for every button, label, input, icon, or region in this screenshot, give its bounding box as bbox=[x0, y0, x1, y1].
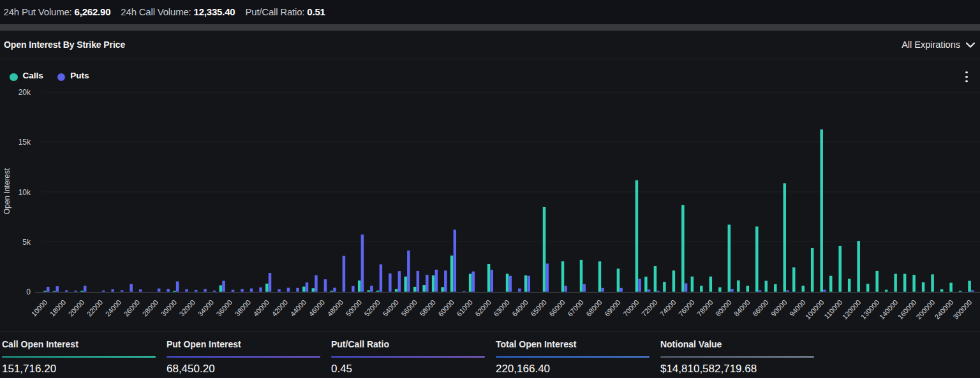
svg-text:86000: 86000 bbox=[751, 298, 770, 318]
svg-text:84000: 84000 bbox=[732, 298, 752, 318]
svg-text:63000: 63000 bbox=[492, 298, 511, 318]
svg-text:20000: 20000 bbox=[67, 298, 86, 318]
svg-text:52000: 52000 bbox=[362, 298, 382, 318]
svg-text:40000: 40000 bbox=[252, 298, 271, 318]
svg-text:26000: 26000 bbox=[122, 298, 142, 318]
svg-text:0: 0 bbox=[26, 287, 31, 296]
svg-text:50000: 50000 bbox=[344, 298, 363, 318]
svg-text:10000: 10000 bbox=[30, 298, 49, 318]
svg-text:10k: 10k bbox=[19, 188, 31, 197]
svg-text:Open Interest: Open Interest bbox=[3, 168, 11, 214]
svg-text:56000: 56000 bbox=[399, 298, 419, 318]
svg-text:70000: 70000 bbox=[621, 298, 641, 318]
svg-text:69000: 69000 bbox=[603, 298, 622, 318]
svg-text:5k: 5k bbox=[22, 238, 31, 247]
svg-text:130000: 130000 bbox=[859, 298, 881, 321]
svg-text:38000: 38000 bbox=[234, 298, 253, 318]
svg-text:65000: 65000 bbox=[529, 298, 548, 318]
svg-text:60000: 60000 bbox=[436, 298, 456, 318]
svg-text:67000: 67000 bbox=[566, 298, 585, 318]
svg-text:110000: 110000 bbox=[822, 298, 843, 320]
svg-text:15k: 15k bbox=[19, 138, 31, 147]
svg-text:18000: 18000 bbox=[48, 298, 68, 318]
svg-text:76000: 76000 bbox=[677, 298, 696, 318]
svg-text:80000: 80000 bbox=[714, 298, 733, 318]
svg-text:36000: 36000 bbox=[215, 298, 234, 318]
svg-text:120000: 120000 bbox=[841, 298, 863, 321]
svg-text:300000: 300000 bbox=[952, 298, 974, 321]
svg-text:62000: 62000 bbox=[473, 298, 493, 318]
svg-text:28000: 28000 bbox=[141, 298, 160, 318]
svg-text:46000: 46000 bbox=[307, 298, 326, 318]
svg-text:68000: 68000 bbox=[584, 298, 604, 318]
svg-text:32000: 32000 bbox=[178, 298, 197, 318]
svg-text:72000: 72000 bbox=[640, 298, 659, 318]
svg-text:200000: 200000 bbox=[915, 298, 937, 321]
svg-text:24000: 24000 bbox=[104, 298, 123, 318]
svg-text:22000: 22000 bbox=[85, 298, 105, 318]
svg-text:78000: 78000 bbox=[695, 298, 715, 318]
svg-text:44000: 44000 bbox=[288, 298, 308, 318]
svg-text:64000: 64000 bbox=[510, 298, 530, 318]
svg-text:61000: 61000 bbox=[455, 298, 474, 318]
svg-text:20k: 20k bbox=[19, 88, 31, 97]
svg-text:54000: 54000 bbox=[381, 298, 400, 318]
svg-text:58000: 58000 bbox=[418, 298, 437, 318]
svg-text:74000: 74000 bbox=[658, 298, 678, 318]
svg-text:100000: 100000 bbox=[804, 298, 826, 321]
svg-text:160000: 160000 bbox=[896, 298, 918, 321]
svg-text:240000: 240000 bbox=[933, 298, 955, 321]
svg-text:30000: 30000 bbox=[160, 298, 179, 318]
svg-text:34000: 34000 bbox=[197, 298, 216, 318]
svg-text:140000: 140000 bbox=[878, 298, 900, 321]
svg-text:42000: 42000 bbox=[270, 298, 289, 318]
svg-text:48000: 48000 bbox=[325, 298, 345, 318]
svg-text:90000: 90000 bbox=[769, 298, 789, 318]
svg-text:66000: 66000 bbox=[547, 298, 567, 318]
